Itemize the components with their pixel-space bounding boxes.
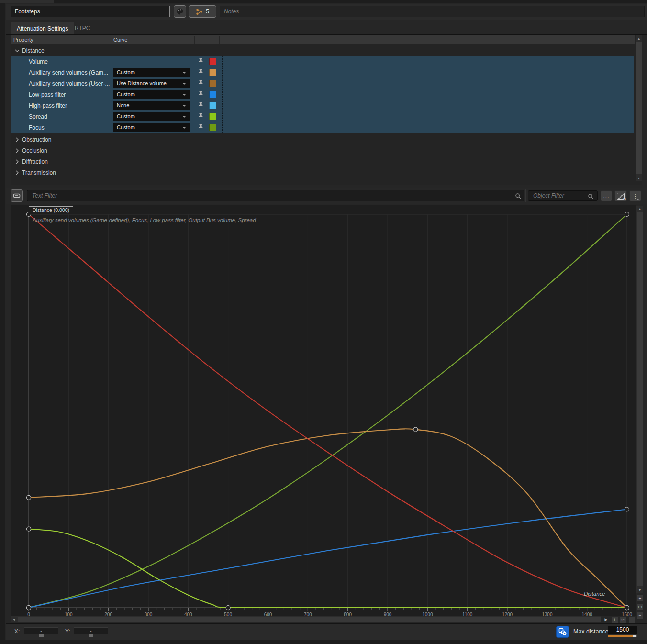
curve-point[interactable] bbox=[27, 527, 31, 531]
scroll-up-icon[interactable]: ▲ bbox=[636, 206, 643, 212]
property-row-high-pass-filter[interactable]: High-pass filterNone bbox=[11, 100, 635, 111]
pin-icon[interactable] bbox=[198, 124, 204, 131]
show-curves-button[interactable]: S bbox=[614, 190, 627, 201]
property-row-focus[interactable]: FocusCustom bbox=[11, 122, 635, 133]
scroll-right-button[interactable]: ► bbox=[602, 616, 610, 623]
property-label: Volume bbox=[29, 58, 48, 65]
max-distance-input[interactable]: 1500 bbox=[608, 626, 637, 634]
notes-input[interactable] bbox=[220, 6, 645, 17]
curve-point[interactable] bbox=[27, 495, 31, 500]
pin-icon[interactable] bbox=[198, 58, 204, 65]
curve-focus[interactable] bbox=[29, 214, 627, 608]
group-expander[interactable] bbox=[14, 48, 20, 54]
zoom-out-vertical-button[interactable]: − bbox=[636, 612, 644, 619]
x-axis-title: Distance bbox=[584, 591, 605, 597]
curve-color-swatch[interactable] bbox=[209, 124, 216, 131]
group-row-distance[interactable]: Distance bbox=[11, 45, 635, 56]
zoom-reset-vertical-button[interactable]: 1:1 bbox=[636, 603, 644, 611]
object-name-input[interactable] bbox=[11, 6, 170, 17]
column-separator bbox=[112, 36, 112, 44]
curve-spread[interactable] bbox=[29, 529, 627, 608]
curve-color-swatch[interactable] bbox=[209, 80, 216, 87]
pin-icon[interactable] bbox=[198, 69, 204, 76]
curve-type-dropdown[interactable]: Custom bbox=[113, 90, 190, 99]
graph-filter-bar: ... S ⋮ bbox=[6, 188, 647, 204]
x-tick-label: 900 bbox=[384, 612, 392, 616]
pin-icon[interactable] bbox=[198, 113, 204, 120]
curve-color-swatch[interactable] bbox=[209, 102, 216, 109]
group-row-occlusion[interactable]: Occlusion bbox=[11, 145, 635, 156]
curve-type-dropdown[interactable]: Custom bbox=[113, 68, 190, 77]
curve-point[interactable] bbox=[226, 606, 230, 610]
link-indicator-button[interactable] bbox=[11, 189, 23, 202]
curve-type-dropdown[interactable]: Custom bbox=[113, 112, 190, 121]
curve-auxiliary-send-volumes-game-defined[interactable] bbox=[29, 429, 627, 608]
property-row-auxiliary-send-volumes-user[interactable]: Auxiliary send volumes (User-...Use Dist… bbox=[11, 78, 635, 89]
slider-handle[interactable] bbox=[633, 635, 636, 637]
sharesets-button[interactable]: 5 bbox=[189, 5, 216, 18]
curve-output-bus-volume[interactable] bbox=[29, 214, 627, 608]
curve-type-dropdown[interactable]: Use Distance volume bbox=[113, 79, 190, 88]
group-expander[interactable] bbox=[14, 137, 20, 143]
curve-point[interactable] bbox=[413, 427, 418, 432]
more-options-button[interactable]: ... bbox=[601, 190, 612, 201]
scroll-up-icon[interactable]: ▲ bbox=[636, 35, 642, 42]
x-tick-label: 1500 bbox=[622, 612, 633, 616]
property-row-spread[interactable]: SpreadCustom bbox=[11, 111, 635, 122]
zoom-in-horizontal-button[interactable]: + bbox=[611, 616, 618, 623]
curve-low-pass-filter[interactable] bbox=[29, 510, 627, 608]
property-row-volume[interactable]: Volume bbox=[11, 56, 635, 67]
curve-type-dropdown[interactable]: None bbox=[113, 101, 190, 110]
curve-point[interactable] bbox=[625, 606, 629, 610]
graph-menu-button[interactable]: ⋮ bbox=[629, 190, 641, 201]
curve-color-swatch[interactable] bbox=[209, 58, 216, 65]
group-expander[interactable] bbox=[14, 159, 20, 165]
group-row-transmission[interactable]: Transmission bbox=[11, 167, 635, 178]
zoom-out-horizontal-button[interactable]: − bbox=[628, 616, 636, 623]
y-coordinate-input[interactable]: - bbox=[74, 627, 108, 634]
text-filter-input[interactable] bbox=[27, 190, 524, 201]
scroll-down-icon[interactable]: ▼ bbox=[636, 587, 643, 593]
zoom-reset-horizontal-button[interactable]: 1:1 bbox=[620, 616, 627, 623]
graph-horizontal-scrollbar[interactable]: ◄ bbox=[11, 616, 601, 622]
curve-color-swatch[interactable] bbox=[209, 69, 216, 76]
max-distance-slider[interactable] bbox=[608, 635, 637, 637]
graph-vertical-scrollbar[interactable]: ▲ ▼ bbox=[636, 206, 643, 593]
column-header-property[interactable]: Property bbox=[13, 37, 33, 43]
pin-icon[interactable] bbox=[198, 91, 204, 98]
x-coordinate-spinner[interactable] bbox=[39, 634, 44, 637]
table-vertical-scrollbar[interactable]: ▲ ▼ bbox=[636, 35, 642, 181]
scrollbar-thumb[interactable] bbox=[636, 42, 642, 174]
curve-point[interactable] bbox=[27, 606, 31, 610]
curve-point[interactable] bbox=[625, 212, 629, 217]
group-row-diffraction[interactable]: Diffraction bbox=[11, 156, 635, 167]
group-expander[interactable] bbox=[14, 170, 20, 176]
scroll-left-icon[interactable]: ◄ bbox=[11, 616, 17, 622]
column-header-curve[interactable]: Curve bbox=[113, 37, 127, 43]
x-coordinate-label: X: bbox=[14, 628, 20, 635]
property-row-low-pass-filter[interactable]: Low-pass filterCustom bbox=[11, 89, 635, 100]
scrollbar-thumb[interactable] bbox=[18, 617, 601, 622]
group-row-obstruction[interactable]: Obstruction bbox=[11, 134, 635, 145]
pin-icon[interactable] bbox=[198, 102, 204, 109]
attenuation-curve-graph[interactable]: 0100200300400500600700800900100011001200… bbox=[11, 205, 636, 616]
curve-point[interactable] bbox=[625, 507, 629, 511]
curve-type-dropdown[interactable]: Custom bbox=[113, 123, 190, 132]
group-label: Transmission bbox=[22, 169, 56, 176]
color-picker-button[interactable] bbox=[174, 5, 186, 18]
pin-icon[interactable] bbox=[198, 80, 204, 87]
tab-rtpc[interactable]: RTPC bbox=[69, 22, 96, 34]
scrollbar-thumb[interactable] bbox=[637, 212, 643, 586]
group-label: Occlusion bbox=[22, 147, 47, 154]
x-coordinate-input[interactable]: - bbox=[24, 627, 58, 634]
curve-plot[interactable]: 0100200300400500600700800900100011001200… bbox=[11, 205, 636, 616]
game-object-view-button[interactable] bbox=[556, 626, 569, 638]
y-coordinate-spinner[interactable] bbox=[89, 634, 93, 637]
property-row-auxiliary-send-volumes-gam[interactable]: Auxiliary send volumes (Gam...Custom bbox=[11, 67, 635, 78]
group-expander[interactable] bbox=[14, 148, 20, 154]
curve-color-swatch[interactable] bbox=[209, 113, 216, 120]
curve-color-swatch[interactable] bbox=[209, 91, 216, 98]
tab-attenuation-settings[interactable]: Attenuation Settings bbox=[11, 22, 74, 34]
scroll-down-icon[interactable]: ▼ bbox=[636, 175, 642, 181]
zoom-in-vertical-button[interactable]: + bbox=[636, 595, 644, 602]
